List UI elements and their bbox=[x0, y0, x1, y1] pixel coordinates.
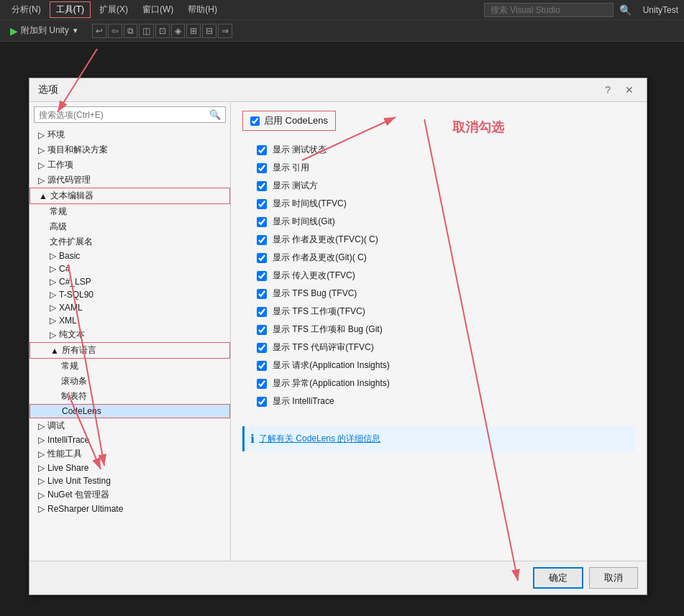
tree-item-alllang[interactable]: ▲ 所有语言 bbox=[29, 342, 230, 359]
option-row-2: 显示 测试方 bbox=[257, 178, 635, 193]
option-label-3: 显示 时间线(TFVC) bbox=[273, 198, 347, 210]
tree-item-label: 性能工具 bbox=[47, 448, 82, 460]
tree-item-sourcectrl[interactable]: ▷ 源代码管理 bbox=[29, 173, 230, 188]
expander-icon: ▷ bbox=[38, 476, 45, 486]
tree-item-label: 滚动条 bbox=[61, 375, 87, 387]
tree-item-label: 调试 bbox=[47, 420, 65, 432]
tree-item-xaml[interactable]: ▷ XAML bbox=[29, 301, 230, 314]
checkbox-5[interactable] bbox=[257, 235, 267, 245]
checkbox-11[interactable] bbox=[257, 343, 267, 353]
attach-unity-button[interactable]: ▶ 附加到 Unity ▼ bbox=[6, 23, 83, 38]
toolbar-icon-4[interactable]: ◫ bbox=[139, 24, 154, 38]
checkbox-3[interactable] bbox=[257, 199, 267, 209]
toolbar-icon-5[interactable]: ⊡ bbox=[155, 24, 170, 38]
tree-item-csharp[interactable]: ▷ C# bbox=[29, 262, 230, 275]
tree-item-label: 环境 bbox=[47, 129, 65, 141]
option-label-4: 显示 时间线(Git) bbox=[273, 216, 335, 228]
toolbar-icon-1[interactable]: ↩ bbox=[92, 24, 106, 38]
tree-item-texteditor[interactable]: ▲ 文本编辑器 bbox=[29, 188, 230, 204]
cancel-button[interactable]: 取消 bbox=[589, 567, 638, 589]
expander-icon: ▷ bbox=[50, 277, 56, 287]
vs-search-input[interactable] bbox=[484, 3, 614, 17]
tree-item-perftools[interactable]: ▷ 性能工具 bbox=[29, 446, 230, 461]
tree-item-label: 高级 bbox=[50, 221, 67, 233]
tree-item-label: ReSharper Ultimate bbox=[47, 504, 123, 514]
menu-extend[interactable]: 扩展(X) bbox=[94, 2, 134, 17]
tree-item-project[interactable]: ▷ 项目和解决方案 bbox=[29, 142, 230, 157]
expander-icon: ▷ bbox=[50, 316, 56, 326]
tree-item-fileext[interactable]: 文件扩展名 bbox=[29, 234, 230, 249]
checkbox-9[interactable] bbox=[257, 307, 267, 317]
menu-tools[interactable]: 工具(T) bbox=[50, 1, 91, 18]
expander-icon: ▷ bbox=[50, 290, 56, 300]
tree-item-huanjing[interactable]: ▷ 环境 bbox=[29, 127, 230, 142]
tree-item-scrollbar[interactable]: 滚动条 bbox=[29, 374, 230, 389]
tree-item-basic[interactable]: ▷ Basic bbox=[29, 249, 230, 262]
tree-item-nuget[interactable]: ▷ NuGet 包管理器 bbox=[29, 487, 230, 502]
option-row-13: 显示 异常(Application Insights) bbox=[257, 376, 635, 391]
tree-item-codelens[interactable]: CodeLens bbox=[29, 404, 230, 418]
checkbox-4[interactable] bbox=[257, 217, 267, 227]
tree-item-tabstop[interactable]: 制表符 bbox=[29, 389, 230, 404]
tree-item-debug[interactable]: ▷ 调试 bbox=[29, 418, 230, 433]
tree-item-tsql[interactable]: ▷ T-SQL90 bbox=[29, 288, 230, 301]
checkbox-6[interactable] bbox=[257, 253, 267, 263]
option-row-12: 显示 请求(Application Insights) bbox=[257, 358, 635, 373]
toolbar-icon-7[interactable]: ⊞ bbox=[186, 24, 201, 38]
tree-item-label: 文本编辑器 bbox=[50, 190, 94, 202]
checkbox-10[interactable] bbox=[257, 325, 267, 335]
menu-analysis[interactable]: 分析(N) bbox=[6, 2, 47, 17]
enable-codelens-checkbox[interactable] bbox=[250, 116, 260, 126]
option-label-7: 显示 传入更改(TFVC) bbox=[273, 270, 355, 282]
checkbox-2[interactable] bbox=[257, 181, 267, 191]
menu-bar: 分析(N) 工具(T) 扩展(X) 窗口(W) 帮助(H) 🔍 UnityTes… bbox=[0, 0, 684, 20]
codelens-options-list: 显示 测试状态 显示 引用 显示 测试方 显示 时间线(TFVC) bbox=[242, 142, 635, 409]
tree-item-plaintext[interactable]: ▷ 纯文本 bbox=[29, 327, 230, 342]
checkbox-7[interactable] bbox=[257, 271, 267, 281]
dialog-help-button[interactable]: ? bbox=[601, 83, 615, 97]
tree-item-csharplsp[interactable]: ▷ C#_LSP bbox=[29, 275, 230, 288]
tree-item-label: Live Share bbox=[47, 463, 88, 473]
toolbar-icon-9[interactable]: ⇒ bbox=[218, 24, 232, 38]
checkbox-0[interactable] bbox=[257, 145, 267, 155]
checkbox-14[interactable] bbox=[257, 397, 267, 407]
dialog-close-button[interactable]: ✕ bbox=[621, 83, 638, 97]
tree-item-label: T-SQL90 bbox=[59, 290, 94, 300]
tree-item-liveunittesting[interactable]: ▷ Live Unit Testing bbox=[29, 474, 230, 487]
tree-item-resharper[interactable]: ▷ ReSharper Ultimate bbox=[29, 502, 230, 515]
checkbox-13[interactable] bbox=[257, 379, 267, 389]
tree-item-liveshare[interactable]: ▷ Live Share bbox=[29, 461, 230, 474]
expander-icon: ▷ bbox=[38, 463, 45, 473]
toolbar-icon-6[interactable]: ◈ bbox=[171, 24, 185, 38]
tree-item-intellitrace[interactable]: ▷ IntelliTrace bbox=[29, 433, 230, 446]
toolbar-icon-2[interactable]: ⇦ bbox=[108, 24, 122, 38]
tree-search-input[interactable] bbox=[35, 108, 205, 122]
menu-help[interactable]: 帮助(H) bbox=[182, 2, 223, 17]
tree-item-label: 源代码管理 bbox=[47, 174, 91, 186]
tree-item-advanced[interactable]: 高级 bbox=[29, 219, 230, 234]
tree-item-label: 所有语言 bbox=[62, 344, 96, 357]
tree-list: ▷ 环境 ▷ 项目和解决方案 ▷ 工作项 ▷ bbox=[29, 127, 230, 561]
tree-panel: 🔍 ▷ 环境 ▷ 项目和解决方案 ▷ 工 bbox=[29, 102, 231, 561]
checkbox-8[interactable] bbox=[257, 289, 267, 299]
expander-icon: ▷ bbox=[38, 421, 45, 431]
tree-item-workitem[interactable]: ▷ 工作项 bbox=[29, 157, 230, 173]
tree-item-general1[interactable]: 常规 bbox=[29, 204, 230, 219]
option-row-4: 显示 时间线(Git) bbox=[257, 214, 635, 229]
codelens-info-link[interactable]: 了解有关 CodeLens 的详细信息 bbox=[259, 433, 380, 445]
dialog-controls: ? ✕ bbox=[601, 83, 638, 97]
option-row-1: 显示 引用 bbox=[257, 160, 635, 175]
ok-button[interactable]: 确定 bbox=[533, 567, 583, 589]
toolbar-icon-3[interactable]: ⧉ bbox=[124, 24, 137, 38]
expander-icon: ▷ bbox=[38, 435, 45, 445]
toolbar: ▶ 附加到 Unity ▼ ↩ ⇦ ⧉ ◫ ⊡ ◈ ⊞ ⊟ ⇒ bbox=[0, 20, 684, 42]
expander-icon: ▷ bbox=[38, 145, 45, 155]
menu-window[interactable]: 窗口(W) bbox=[137, 2, 179, 17]
tree-item-general2[interactable]: 常规 bbox=[29, 359, 230, 374]
toolbar-icon-8[interactable]: ⊟ bbox=[202, 24, 216, 38]
checkbox-1[interactable] bbox=[257, 163, 267, 173]
window-title: UnityTest bbox=[643, 5, 678, 15]
option-label-8: 显示 TFS Bug (TFVC) bbox=[273, 288, 357, 300]
checkbox-12[interactable] bbox=[257, 361, 267, 371]
tree-item-xml[interactable]: ▷ XML bbox=[29, 314, 230, 327]
